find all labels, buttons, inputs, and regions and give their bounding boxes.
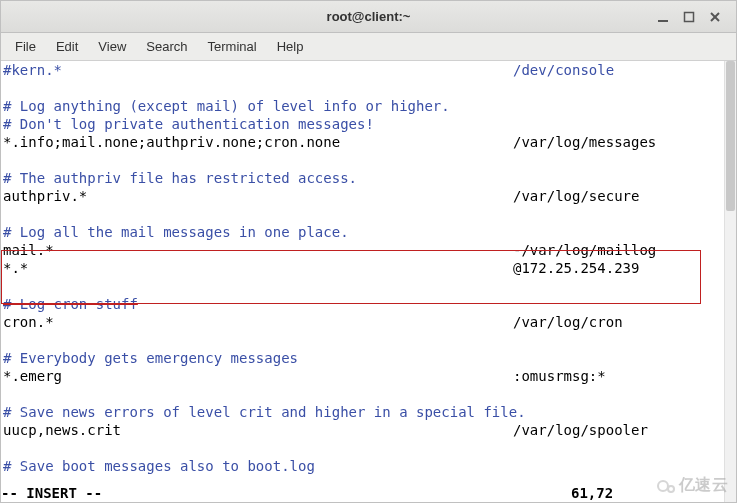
terminal-line: # Log cron stuff <box>3 295 526 313</box>
terminal-line: # Save boot messages also to boot.log <box>3 457 526 475</box>
line-selector: # Save news errors of level crit and hig… <box>3 404 526 420</box>
terminal-line: *.info;mail.none;authpriv.none;cron.none… <box>3 133 526 151</box>
terminal-line <box>3 205 526 223</box>
line-target: /var/log/spooler <box>513 421 648 439</box>
line-target: /var/log/secure <box>513 187 639 205</box>
svg-rect-1 <box>685 13 694 22</box>
menu-help[interactable]: Help <box>269 36 312 57</box>
line-selector: uucp,news.crit <box>3 422 121 438</box>
menubar: File Edit View Search Terminal Help <box>1 33 736 61</box>
line-target: /dev/console <box>513 61 614 79</box>
titlebar: root@client:~ <box>1 1 736 33</box>
scrollbar-thumb[interactable] <box>726 61 735 211</box>
menu-file[interactable]: File <box>7 36 44 57</box>
line-target: /var/log/cron <box>513 313 623 331</box>
terminal-line: # The authpriv file has restricted acces… <box>3 169 526 187</box>
line-selector: # Save boot messages also to boot.log <box>3 458 315 474</box>
menu-edit[interactable]: Edit <box>48 36 86 57</box>
terminal-line: # Everybody gets emergency messages <box>3 349 526 367</box>
line-target: -/var/log/maillog <box>513 241 656 259</box>
close-button[interactable] <box>708 10 722 24</box>
menu-terminal[interactable]: Terminal <box>200 36 265 57</box>
window-title: root@client:~ <box>327 9 411 24</box>
line-target: /var/log/messages <box>513 133 656 151</box>
line-target: :omusrmsg:* <box>513 367 606 385</box>
line-selector: authpriv.* <box>3 188 87 204</box>
line-selector: # Log all the mail messages in one place… <box>3 224 349 240</box>
terminal-line <box>3 385 526 403</box>
terminal-line: mail.*-/var/log/maillog <box>3 241 526 259</box>
terminal-line: # Save news errors of level crit and hig… <box>3 403 526 421</box>
vim-mode: -- INSERT -- <box>1 485 102 501</box>
terminal-line <box>3 331 526 349</box>
terminal-line <box>3 439 526 457</box>
line-selector: cron.* <box>3 314 54 330</box>
terminal-line <box>3 79 526 97</box>
line-target: @172.25.254.239 <box>513 259 639 277</box>
line-selector: # Log cron stuff <box>3 296 138 312</box>
terminal-area[interactable]: #kern.*/dev/console# Log anything (excep… <box>1 61 736 502</box>
terminal-line: # Log anything (except mail) of level in… <box>3 97 526 115</box>
terminal-line: # Don't log private authentication messa… <box>3 115 526 133</box>
minimize-button[interactable] <box>656 10 670 24</box>
scrollbar[interactable] <box>724 61 736 502</box>
line-selector: # The authpriv file has restricted acces… <box>3 170 357 186</box>
menu-search[interactable]: Search <box>138 36 195 57</box>
terminal-line: authpriv.*/var/log/secure <box>3 187 526 205</box>
line-selector: # Log anything (except mail) of level in… <box>3 98 450 114</box>
terminal-line: #kern.*/dev/console <box>3 61 526 79</box>
vim-status-line: -- INSERT --61,72 <box>1 484 736 502</box>
line-selector: # Everybody gets emergency messages <box>3 350 298 366</box>
terminal-window: root@client:~ File Edit View Search Term… <box>0 0 737 503</box>
terminal-line: uucp,news.crit/var/log/spooler <box>3 421 526 439</box>
menu-view[interactable]: View <box>90 36 134 57</box>
window-controls <box>656 1 732 33</box>
terminal-line <box>3 151 526 169</box>
line-selector: *.info;mail.none;authpriv.none;cron.none <box>3 134 340 150</box>
line-selector: *.* <box>3 260 28 276</box>
line-selector: # Don't log private authentication messa… <box>3 116 374 132</box>
vim-cursor-pos: 61,72 <box>571 484 613 502</box>
line-selector: #kern.* <box>3 62 62 78</box>
terminal-line: *.emerg:omusrmsg:* <box>3 367 526 385</box>
terminal-line <box>3 277 526 295</box>
line-selector: *.emerg <box>3 368 62 384</box>
line-selector: mail.* <box>3 242 54 258</box>
maximize-button[interactable] <box>682 10 696 24</box>
terminal-line: *.*@172.25.254.239 <box>3 259 526 277</box>
terminal-line: cron.*/var/log/cron <box>3 313 526 331</box>
terminal-line: # Log all the mail messages in one place… <box>3 223 526 241</box>
